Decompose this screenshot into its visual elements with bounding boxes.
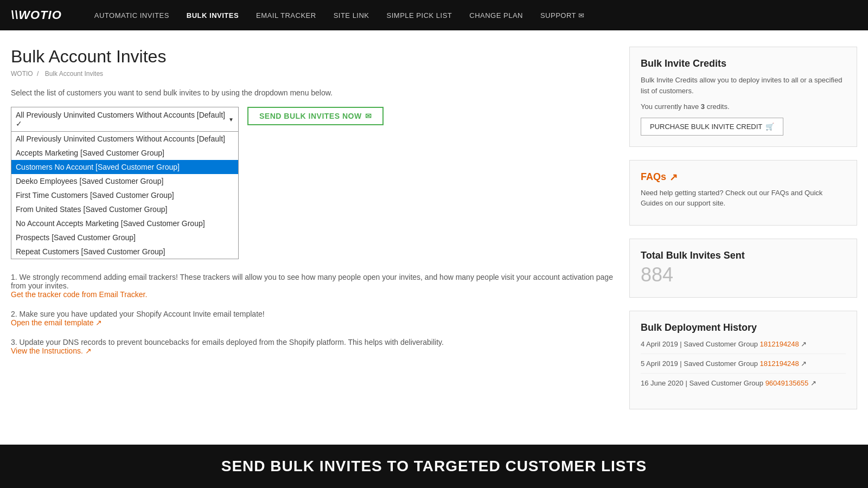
step-1-tracker-link[interactable]: Get the tracker code from Email Tracker. — [11, 290, 147, 299]
page-wrapper: Bulk Account Invites WOTIO / Bulk Accoun… — [0, 30, 868, 433]
breadcrumb: WOTIO / Bulk Account Invites — [11, 70, 613, 78]
dropdown-option-7[interactable]: Prospects [Saved Customer Group] — [11, 230, 238, 245]
step-2: 2. Make sure you have updated your Shopi… — [11, 310, 613, 327]
step-1: 1. We strongly recommend adding email tr… — [11, 273, 613, 299]
history-box: Bulk Deployment History 4 April 2019 | S… — [629, 311, 857, 409]
credits-count-text: You currently have 3 credits. — [641, 101, 846, 112]
select-row: All Previously Uninvited Customers Witho… — [11, 107, 613, 132]
nav-support[interactable]: SUPPORT ✉ — [540, 11, 584, 20]
main-content: Bulk Account Invites WOTIO / Bulk Accoun… — [11, 47, 629, 422]
history-external-2: ↗ — [810, 379, 816, 387]
dropdown-selected[interactable]: All Previously Uninvited Customers Witho… — [11, 107, 239, 132]
history-item-1: 5 April 2019 | Saved Customer Group 1812… — [641, 359, 846, 374]
dropdown-selected-label: All Previously Uninvited Customers Witho… — [16, 111, 228, 128]
history-external-0: ↗ — [801, 340, 807, 348]
page-title: Bulk Account Invites — [11, 47, 613, 67]
nav-site-link[interactable]: SITE LINK — [334, 11, 369, 20]
external-link-icon-2: ↗ — [85, 346, 92, 355]
history-date-0: 4 April 2019 — [641, 340, 678, 348]
step-3-link-label: View the Instructions. — [11, 346, 83, 355]
external-link-icon: ↗ — [95, 318, 102, 327]
history-label-1: Saved Customer Group — [684, 359, 758, 368]
purchase-credit-button[interactable]: PURCHASE BULK INVITE CREDIT 🛒 — [641, 118, 783, 136]
history-link-0[interactable]: 1812194248 — [760, 340, 799, 348]
step-2-email-link[interactable]: Open the email template ↗ — [11, 318, 102, 327]
step-1-text: 1. We strongly recommend adding email tr… — [11, 273, 613, 290]
history-date-1: 5 April 2019 — [641, 359, 678, 368]
credits-suffix: credits. — [707, 102, 730, 111]
history-date-2: 16 June 2020 — [641, 379, 684, 387]
nav-bulk-invites[interactable]: BULK INVITES — [187, 11, 239, 20]
dropdown-list[interactable]: All Previously Uninvited Customers Witho… — [11, 132, 239, 259]
history-label-0: Saved Customer Group — [684, 340, 758, 348]
credits-number: 3 — [701, 102, 705, 111]
send-button-label: SEND BULK INVITES NOW — [259, 112, 362, 120]
total-sent-label: Total Bulk Invites Sent — [641, 250, 846, 261]
dropdown-option-1[interactable]: Accepts Marketing [Saved Customer Group] — [11, 146, 238, 160]
breadcrumb-current: Bulk Account Invites — [45, 70, 103, 78]
total-invites-box: Total Bulk Invites Sent 884 — [629, 239, 857, 298]
history-title: Bulk Deployment History — [641, 322, 846, 333]
send-icon: ✉ — [365, 112, 372, 120]
breadcrumb-home[interactable]: WOTIO — [11, 70, 33, 78]
history-item-0: 4 April 2019 | Saved Customer Group 1812… — [641, 340, 846, 354]
nav-change-plan[interactable]: CHANGE PLAN — [469, 11, 523, 20]
credits-box: Bulk Invite Credits Bulk Invite Credits … — [629, 47, 857, 147]
credits-text: You currently have — [641, 102, 699, 111]
dropdown-option-3[interactable]: Deeko Employees [Saved Customer Group] — [11, 174, 238, 188]
sidebar: Bulk Invite Credits Bulk Invite Credits … — [629, 47, 857, 422]
total-sent-count: 884 — [641, 264, 846, 286]
steps-section: 1. We strongly recommend adding email tr… — [11, 273, 613, 355]
credits-title: Bulk Invite Credits — [641, 58, 846, 69]
subtitle: Select the list of customers you want to… — [11, 88, 613, 97]
history-label-2: Saved Customer Group — [689, 379, 763, 387]
faqs-description: Need help getting started? Check out our… — [641, 188, 846, 209]
nav-email-tracker[interactable]: EMAIL TRACKER — [256, 11, 316, 20]
history-item-2: 16 June 2020 | Saved Customer Group 9604… — [641, 379, 846, 393]
dropdown-option-4[interactable]: First Time Customers [Saved Customer Gro… — [11, 188, 238, 202]
step-3-text: 3. Update your DNS records to prevent bo… — [11, 338, 444, 346]
step-2-link-label: Open the email template — [11, 318, 94, 327]
send-bulk-invites-button[interactable]: SEND BULK INVITES NOW ✉ — [247, 107, 384, 125]
step-3: 3. Update your DNS records to prevent bo… — [11, 338, 613, 355]
navigation: \\WOTIO AUTOMATIC INVITES BULK INVITES E… — [0, 0, 868, 30]
step-3-instructions-link[interactable]: View the Instructions. ↗ — [11, 346, 92, 355]
nav-links: AUTOMATIC INVITES BULK INVITES EMAIL TRA… — [94, 11, 585, 20]
faqs-title: FAQs ↗ — [641, 171, 846, 183]
chevron-down-icon: ▼ — [228, 117, 234, 123]
breadcrumb-separator: / — [37, 70, 41, 78]
dropdown-option-6[interactable]: No Account Accepts Marketing [Saved Cust… — [11, 216, 238, 230]
faqs-box: FAQs ↗ Need help getting started? Check … — [629, 160, 857, 226]
logo[interactable]: \\WOTIO — [11, 8, 62, 22]
purchase-btn-label: PURCHASE BULK INVITE CREDIT — [650, 123, 762, 131]
dropdown-option-0[interactable]: All Previously Uninvited Customers Witho… — [11, 132, 238, 146]
external-link-icon-faqs: ↗ — [669, 171, 678, 183]
dropdown-option-8[interactable]: Repeat Customers [Saved Customer Group] — [11, 245, 238, 259]
credits-description: Bulk Invite Credits allow you to deploy … — [641, 75, 846, 96]
cart-icon: 🛒 — [765, 123, 774, 131]
history-link-1[interactable]: 1812194248 — [760, 359, 799, 368]
faqs-label: FAQs — [641, 171, 666, 183]
dropdown-wrapper[interactable]: All Previously Uninvited Customers Witho… — [11, 107, 239, 132]
nav-simple-pick-list[interactable]: SIMPLE PICK LIST — [387, 11, 452, 20]
dropdown-option-5[interactable]: From United States [Saved Customer Group… — [11, 202, 238, 216]
history-link-2[interactable]: 96049135655 — [765, 379, 809, 387]
dropdown-option-2[interactable]: Customers No Account [Saved Customer Gro… — [11, 160, 238, 174]
history-external-1: ↗ — [801, 359, 807, 368]
step-2-text: 2. Make sure you have updated your Shopi… — [11, 310, 265, 318]
nav-automatic-invites[interactable]: AUTOMATIC INVITES — [94, 11, 169, 20]
